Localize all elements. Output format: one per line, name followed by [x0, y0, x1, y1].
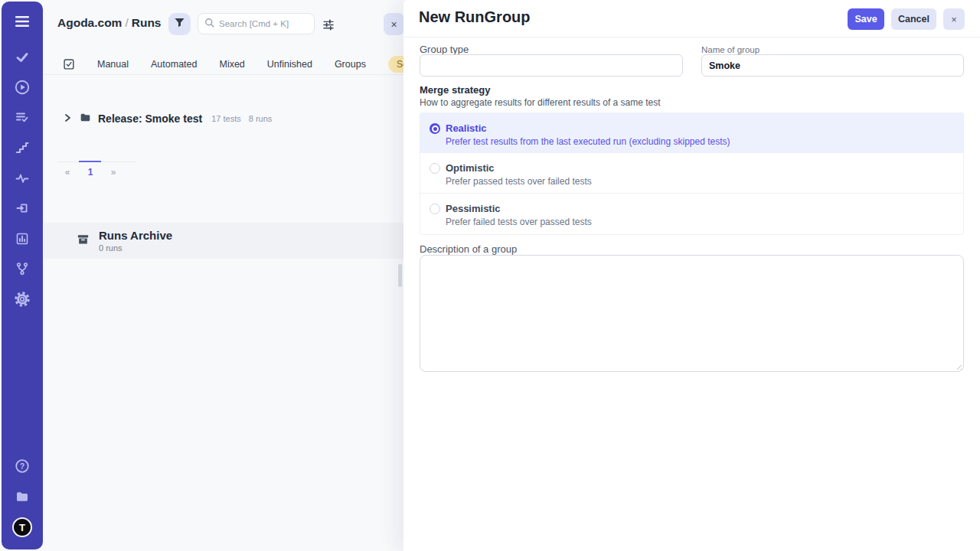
merge-strategy-hint: How to aggregate results for different r… — [420, 97, 661, 108]
description-textarea[interactable] — [420, 255, 964, 372]
page-title: New RunGroup — [419, 8, 531, 26]
panel-close-button[interactable]: × — [384, 13, 403, 35]
projects-folder-icon[interactable] — [13, 487, 31, 506]
tab-unfinished[interactable]: Unfinished — [267, 59, 312, 70]
cancel-button[interactable]: Cancel — [891, 8, 936, 30]
pagination-prev[interactable]: « — [56, 167, 79, 178]
merge-strategy-options: Realistic Prefer test results from the l… — [420, 112, 964, 235]
group-type-input[interactable] — [420, 54, 683, 77]
runs-panel: Agoda.com/Runs × Manual Automated Mixed … — [44, 0, 403, 551]
pagination-page-1[interactable]: 1 — [79, 167, 102, 178]
breadcrumb-separator: / — [122, 16, 131, 29]
radio-optimistic[interactable] — [430, 163, 440, 174]
merge-option-title: Pessimistic — [446, 203, 592, 214]
panel-resize-handle[interactable] — [398, 264, 402, 287]
pagination: « 1 » — [56, 167, 125, 178]
tab-groups[interactable]: Groups — [335, 59, 366, 70]
merge-option-description: Prefer test results from the last execut… — [446, 136, 730, 147]
close-icon[interactable]: × — [943, 8, 965, 30]
folder-icon — [79, 112, 92, 126]
merge-option-1[interactable]: Optimistic Prefer passed tests over fail… — [420, 153, 963, 194]
tests-count: 17 tests — [211, 114, 241, 123]
search-box — [198, 13, 315, 34]
runs-count: 8 runs — [249, 114, 273, 123]
steps-icon[interactable] — [13, 139, 31, 157]
tab-manual[interactable]: Manual — [97, 59, 129, 70]
run-group-label: Release: Smoke test — [98, 112, 202, 125]
save-button[interactable]: Save — [848, 8, 884, 30]
archive-icon — [77, 233, 90, 249]
svg-text:?: ? — [20, 461, 24, 471]
breadcrumb: Agoda.com/Runs — [57, 16, 161, 30]
merge-option-0[interactable]: Realistic Prefer test results from the l… — [420, 113, 963, 153]
group-type-label: Group type — [420, 44, 469, 55]
pagination-next[interactable]: » — [102, 167, 125, 178]
import-icon[interactable] — [13, 199, 31, 217]
settings-gear-icon[interactable] — [13, 290, 31, 308]
play-circle-icon[interactable] — [13, 78, 31, 96]
app-screen: ? T Agoda.com/Runs × Manual Automated M — [0, 0, 980, 551]
description-label: Description of a group — [420, 243, 517, 255]
menu-icon[interactable] — [13, 12, 31, 31]
branch-icon[interactable] — [13, 259, 31, 278]
breadcrumb-project[interactable]: Agoda.com — [57, 16, 122, 29]
archive-title: Runs Archive — [99, 230, 172, 242]
archive-count: 0 runs — [99, 243, 172, 253]
merge-option-description: Prefer failed tests over passed tests — [446, 217, 592, 227]
severity-chip[interactable]: Severity — [388, 56, 403, 73]
adjustments-icon[interactable] — [321, 17, 336, 32]
filter-button[interactable] — [168, 13, 191, 35]
merge-option-title: Realistic — [446, 122, 730, 134]
breadcrumb-current: Runs — [132, 16, 162, 29]
run-group-counts: 17 tests 8 runs — [211, 114, 272, 123]
help-icon[interactable]: ? — [13, 457, 31, 475]
radio-pessimistic[interactable] — [430, 204, 440, 214]
merge-option-description: Prefer passed tests over failed tests — [446, 176, 592, 187]
analytics-icon[interactable] — [13, 230, 31, 248]
pagination-active-indicator — [79, 161, 101, 162]
new-rungroup-drawer: New RunGroup Save Cancel × Group type Na… — [403, 0, 980, 551]
merge-option-2[interactable]: Pessimistic Prefer failed tests over pas… — [420, 194, 963, 234]
avatar[interactable]: T — [12, 517, 32, 537]
filter-tabs: Manual Automated Mixed Unfinished Groups… — [44, 54, 403, 75]
search-input[interactable] — [219, 19, 308, 28]
check-icon[interactable] — [13, 48, 31, 67]
sidebar: ? T — [2, 2, 43, 549]
run-group-row[interactable]: Release: Smoke test 17 tests 8 runs — [44, 109, 403, 129]
tab-automated[interactable]: Automated — [151, 59, 197, 70]
name-of-group-label: Name of group — [701, 45, 760, 54]
tab-mixed[interactable]: Mixed — [219, 59, 244, 70]
pulse-icon[interactable] — [13, 169, 31, 187]
test-runs-icon[interactable] — [13, 108, 31, 126]
select-all-icon[interactable] — [63, 57, 75, 71]
funnel-icon — [174, 17, 185, 31]
chevron-right-icon[interactable] — [64, 112, 71, 126]
merge-strategy-label: Merge strategy — [420, 84, 490, 96]
merge-option-title: Optimistic — [446, 162, 592, 174]
name-of-group-input[interactable] — [701, 54, 964, 77]
radio-realistic[interactable] — [430, 123, 440, 134]
search-icon — [204, 17, 214, 31]
runs-archive-row[interactable]: Runs Archive 0 runs — [44, 223, 403, 259]
